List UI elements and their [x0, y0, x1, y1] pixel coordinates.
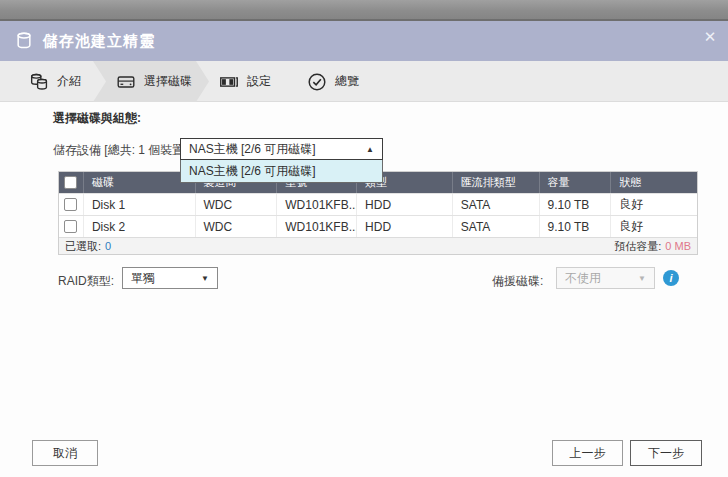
- table-summary-bar: 已選取: 0 預估容量: 0 MB: [59, 237, 697, 254]
- cancel-button[interactable]: 取消: [32, 440, 98, 466]
- table-row[interactable]: Disk 2 WDC WD101KFB... HDD SATA 9.10 TB …: [59, 215, 697, 237]
- dialog-title: 儲存池建立精靈: [43, 32, 155, 51]
- disk-status: 良好: [611, 216, 697, 237]
- step-overview[interactable]: 總覽: [306, 61, 359, 102]
- estimated-capacity-value: 0 MB: [665, 240, 691, 252]
- storage-device-label: 儲存設備 [總共: 1 個裝置]:: [53, 142, 191, 159]
- hard-drive-icon: [115, 71, 137, 93]
- section-title: 選擇磁碟與組態:: [53, 110, 141, 127]
- step-label: 介紹: [57, 73, 81, 90]
- chevron-down-icon: ▼: [201, 274, 209, 283]
- raid-type-label: RAID類型:: [58, 273, 114, 290]
- storage-device-select[interactable]: NAS主機 [2/6 可用磁碟] ▲: [180, 138, 383, 160]
- storage-pool-icon: [14, 31, 34, 51]
- check-circle-icon: [306, 71, 328, 93]
- storage-pool-wizard-dialog: 儲存池建立精靈 ✕ 介紹 選擇磁碟: [0, 0, 728, 477]
- disk-2-checkbox[interactable]: [64, 220, 77, 233]
- disk-type: HDD: [357, 216, 453, 237]
- disk-name: Disk 1: [84, 194, 196, 215]
- selected-count: 0: [105, 240, 111, 252]
- disk-bus-type: SATA: [453, 194, 540, 215]
- disk-manufacturer: WDC: [196, 216, 278, 237]
- disk-capacity: 9.10 TB: [540, 194, 612, 215]
- header-checkbox-cell: [59, 172, 84, 193]
- spare-disk-label: 備援磁碟:: [492, 273, 543, 290]
- chevron-up-icon: ▲: [366, 145, 374, 154]
- disk-table: 磁碟 製造商 型號 類型 匯流排類型 容量 狀態 Disk 1 WDC WD10…: [58, 171, 698, 255]
- estimated-capacity-label: 預估容量:: [614, 239, 661, 254]
- chevron-down-icon: ▼: [638, 274, 646, 283]
- step-label: 設定: [247, 73, 271, 90]
- spare-disk-value: 不使用: [565, 270, 601, 287]
- step-settings[interactable]: 設定: [218, 61, 271, 102]
- pools-icon: [28, 71, 50, 93]
- raid-config-icon: [218, 71, 240, 93]
- info-icon[interactable]: i: [663, 270, 679, 286]
- disk-name: Disk 2: [84, 216, 196, 237]
- wizard-step-bar: 介紹 選擇磁碟 設定 總覽: [0, 61, 728, 102]
- spare-disk-select: 不使用 ▼: [556, 267, 655, 289]
- column-header-status: 狀態: [611, 172, 697, 193]
- disk-type: HDD: [357, 194, 453, 215]
- step-label: 總覽: [335, 73, 359, 90]
- disk-status: 良好: [611, 194, 697, 215]
- step-select-disks[interactable]: 選擇磁碟: [115, 61, 192, 102]
- disk-model: WD101KFB...: [277, 194, 357, 215]
- raid-type-select[interactable]: 單獨 ▼: [122, 267, 218, 289]
- close-icon[interactable]: ✕: [700, 27, 720, 47]
- column-header-capacity: 容量: [540, 172, 612, 193]
- disk-bus-type: SATA: [453, 216, 540, 237]
- selected-label: 已選取:: [65, 239, 101, 254]
- dialog-titlebar: 儲存池建立精靈 ✕: [0, 21, 728, 61]
- column-header-bus-type: 匯流排類型: [453, 172, 540, 193]
- background-bar: [0, 0, 728, 21]
- disk-model: WD101KFB...: [277, 216, 357, 237]
- row-checkbox-cell: [59, 194, 84, 215]
- storage-device-option[interactable]: NAS主機 [2/6 可用磁碟]: [180, 160, 383, 183]
- step-introduction[interactable]: 介紹: [28, 61, 81, 102]
- column-header-disk: 磁碟: [84, 172, 196, 193]
- row-checkbox-cell: [59, 216, 84, 237]
- storage-device-value: NAS主機 [2/6 可用磁碟]: [189, 141, 316, 158]
- select-all-checkbox[interactable]: [64, 176, 77, 189]
- step-label: 選擇磁碟: [144, 73, 192, 90]
- back-button[interactable]: 上一步: [552, 440, 623, 466]
- table-row[interactable]: Disk 1 WDC WD101KFB... HDD SATA 9.10 TB …: [59, 193, 697, 215]
- next-button[interactable]: 下一步: [630, 440, 702, 466]
- disk-capacity: 9.10 TB: [540, 216, 612, 237]
- disk-manufacturer: WDC: [196, 194, 278, 215]
- raid-type-value: 單獨: [131, 270, 155, 287]
- disk-1-checkbox[interactable]: [64, 198, 77, 211]
